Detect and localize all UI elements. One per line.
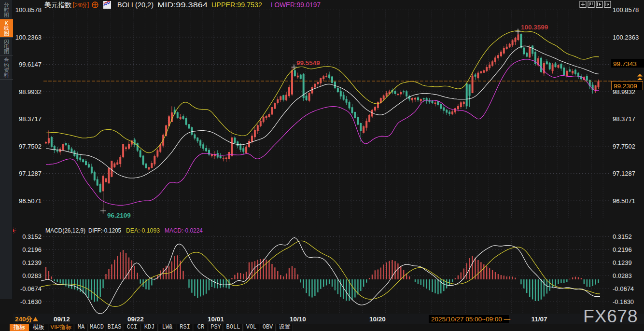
svg-text:10/01: 10/01 bbox=[208, 316, 224, 323]
svg-text:0.3152: 0.3152 bbox=[613, 233, 632, 240]
svg-text:100.2363: 100.2363 bbox=[15, 34, 42, 41]
svg-text:98.9932: 98.9932 bbox=[19, 88, 42, 96]
svg-text:98.3717: 98.3717 bbox=[19, 115, 42, 123]
svg-text:FX678: FX678 bbox=[583, 306, 638, 326]
svg-text:-0.1630: -0.1630 bbox=[20, 298, 42, 305]
svg-text:UPPER:99.7532: UPPER:99.7532 bbox=[211, 1, 262, 9]
svg-text:-0.0674: -0.0674 bbox=[613, 285, 634, 292]
svg-text:10/20: 10/20 bbox=[369, 316, 386, 323]
svg-text:0.0283: 0.0283 bbox=[22, 272, 42, 279]
svg-text:96.5071: 96.5071 bbox=[19, 197, 42, 205]
svg-text:LOWER:99.0197: LOWER:99.0197 bbox=[271, 1, 321, 9]
svg-text:MACD(26,12,9): MACD(26,12,9) bbox=[45, 227, 85, 234]
svg-text:DIFF:-0.1205: DIFF:-0.1205 bbox=[88, 227, 121, 234]
svg-text:10/10: 10/10 bbox=[290, 316, 306, 323]
svg-text:100.3599: 100.3599 bbox=[521, 24, 548, 31]
svg-text:2025/10/27 05:00~09:00 —: 2025/10/27 05:00~09:00 — bbox=[431, 316, 511, 323]
svg-text:11/07: 11/07 bbox=[531, 316, 547, 323]
svg-text:0.1239: 0.1239 bbox=[22, 259, 42, 266]
svg-text:MID:99.3864: MID:99.3864 bbox=[157, 1, 208, 9]
svg-text:09/12: 09/12 bbox=[54, 316, 70, 323]
svg-text:0.2196: 0.2196 bbox=[22, 246, 42, 253]
svg-text:97.7502: 97.7502 bbox=[613, 143, 635, 150]
svg-text:97.1287: 97.1287 bbox=[613, 170, 635, 177]
svg-text:97.7502: 97.7502 bbox=[19, 143, 42, 150]
svg-text:99.7343: 99.7343 bbox=[613, 60, 637, 68]
svg-text:100.2363: 100.2363 bbox=[613, 34, 639, 41]
svg-text:-0.1630: -0.1630 bbox=[613, 298, 634, 305]
svg-text:0.0283: 0.0283 bbox=[613, 272, 632, 279]
svg-text:99.2309: 99.2309 bbox=[614, 83, 637, 90]
svg-text:99.5549: 99.5549 bbox=[296, 59, 320, 67]
svg-text:96.5071: 96.5071 bbox=[613, 197, 635, 205]
svg-text:0.1239: 0.1239 bbox=[613, 259, 632, 266]
svg-text:99.6147: 99.6147 bbox=[19, 61, 42, 68]
svg-text:BOLL(20,2): BOLL(20,2) bbox=[117, 1, 154, 9]
svg-text:100.8578: 100.8578 bbox=[15, 6, 42, 14]
svg-text:97.1287: 97.1287 bbox=[19, 170, 42, 177]
svg-text:98.3717: 98.3717 bbox=[613, 115, 635, 123]
svg-text:0.3152: 0.3152 bbox=[22, 233, 42, 240]
svg-text:-0.0674: -0.0674 bbox=[20, 285, 42, 292]
svg-text:美元指数: 美元指数 bbox=[44, 1, 71, 9]
svg-text:0.2196: 0.2196 bbox=[613, 246, 632, 253]
svg-text:DEA:-0.1093: DEA:-0.1093 bbox=[126, 227, 160, 234]
svg-text:96.2109: 96.2109 bbox=[107, 212, 131, 219]
svg-text:MACD:-0.0224: MACD:-0.0224 bbox=[165, 227, 203, 234]
svg-text:240分: 240分 bbox=[15, 316, 33, 323]
svg-text:09/22: 09/22 bbox=[127, 316, 144, 323]
svg-text:【240分】: 【240分】 bbox=[70, 1, 91, 9]
svg-text:100.8578: 100.8578 bbox=[613, 6, 639, 14]
